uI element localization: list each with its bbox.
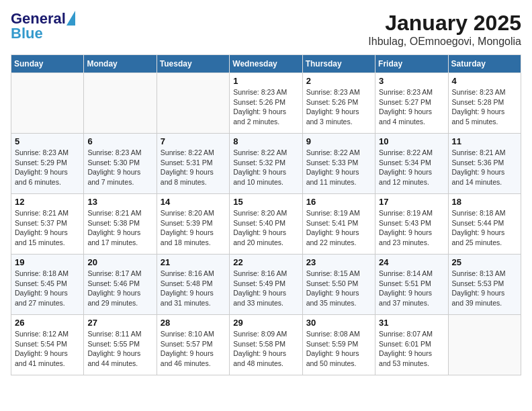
calendar-cell: 29Sunrise: 8:09 AMSunset: 5:58 PMDayligh… bbox=[230, 315, 302, 375]
day-number: 21 bbox=[161, 257, 226, 267]
calendar-cell: 22Sunrise: 8:16 AMSunset: 5:49 PMDayligh… bbox=[230, 255, 302, 315]
calendar-cell: 4Sunrise: 8:23 AMSunset: 5:28 PMDaylight… bbox=[448, 73, 521, 134]
day-info: Sunrise: 8:22 AMSunset: 5:32 PMDaylight:… bbox=[233, 148, 298, 187]
calendar-cell: 10Sunrise: 8:22 AMSunset: 5:34 PMDayligh… bbox=[375, 134, 448, 194]
day-info: Sunrise: 8:09 AMSunset: 5:58 PMDaylight:… bbox=[233, 329, 298, 369]
calendar-cell: 25Sunrise: 8:13 AMSunset: 5:53 PMDayligh… bbox=[448, 255, 521, 315]
day-info: Sunrise: 8:22 AMSunset: 5:34 PMDaylight:… bbox=[379, 148, 444, 187]
day-number: 6 bbox=[87, 136, 152, 146]
day-info: Sunrise: 8:19 AMSunset: 5:41 PMDaylight:… bbox=[306, 208, 371, 248]
calendar-cell: 30Sunrise: 8:08 AMSunset: 5:59 PMDayligh… bbox=[302, 315, 375, 375]
calendar-cell: 23Sunrise: 8:15 AMSunset: 5:50 PMDayligh… bbox=[302, 255, 375, 315]
title-block: January 2025 Ihbulag, OEmnoegovi, Mongol… bbox=[368, 11, 521, 48]
logo: General Blue bbox=[11, 11, 66, 42]
calendar-week-row: 26Sunrise: 8:12 AMSunset: 5:54 PMDayligh… bbox=[11, 315, 521, 375]
calendar-week-row: 12Sunrise: 8:21 AMSunset: 5:37 PMDayligh… bbox=[11, 194, 521, 255]
calendar-week-row: 5Sunrise: 8:23 AMSunset: 5:29 PMDaylight… bbox=[11, 134, 521, 194]
day-of-week-header: Thursday bbox=[302, 55, 375, 73]
calendar-cell: 8Sunrise: 8:22 AMSunset: 5:32 PMDaylight… bbox=[230, 134, 302, 194]
day-number: 12 bbox=[15, 197, 80, 207]
day-info: Sunrise: 8:12 AMSunset: 5:54 PMDaylight:… bbox=[15, 329, 80, 369]
day-number: 10 bbox=[379, 136, 444, 146]
calendar-cell bbox=[84, 73, 157, 134]
day-number: 3 bbox=[379, 76, 444, 86]
day-number: 14 bbox=[161, 197, 226, 207]
day-number: 27 bbox=[87, 318, 152, 328]
location-subtitle: Ihbulag, OEmnoegovi, Mongolia bbox=[368, 36, 521, 48]
day-number: 1 bbox=[233, 76, 298, 86]
calendar-cell bbox=[448, 315, 521, 375]
calendar-cell bbox=[11, 73, 84, 134]
calendar-cell: 20Sunrise: 8:17 AMSunset: 5:46 PMDayligh… bbox=[84, 255, 157, 315]
day-info: Sunrise: 8:21 AMSunset: 5:38 PMDaylight:… bbox=[87, 208, 152, 248]
day-info: Sunrise: 8:23 AMSunset: 5:27 PMDaylight:… bbox=[379, 87, 444, 127]
calendar-cell: 11Sunrise: 8:21 AMSunset: 5:36 PMDayligh… bbox=[448, 134, 521, 194]
day-number: 4 bbox=[452, 76, 517, 86]
day-info: Sunrise: 8:17 AMSunset: 5:46 PMDaylight:… bbox=[87, 269, 152, 308]
calendar-body: 1Sunrise: 8:23 AMSunset: 5:26 PMDaylight… bbox=[11, 73, 521, 375]
day-info: Sunrise: 8:20 AMSunset: 5:40 PMDaylight:… bbox=[233, 208, 298, 248]
calendar-cell: 1Sunrise: 8:23 AMSunset: 5:26 PMDaylight… bbox=[230, 73, 302, 134]
calendar-cell: 27Sunrise: 8:11 AMSunset: 5:55 PMDayligh… bbox=[84, 315, 157, 375]
day-number: 19 bbox=[15, 257, 80, 267]
calendar-cell: 18Sunrise: 8:18 AMSunset: 5:44 PMDayligh… bbox=[448, 194, 521, 255]
calendar-cell: 3Sunrise: 8:23 AMSunset: 5:27 PMDaylight… bbox=[375, 73, 448, 134]
day-number: 11 bbox=[452, 136, 517, 146]
day-number: 13 bbox=[87, 197, 152, 207]
calendar-cell: 13Sunrise: 8:21 AMSunset: 5:38 PMDayligh… bbox=[84, 194, 157, 255]
calendar-week-row: 19Sunrise: 8:18 AMSunset: 5:45 PMDayligh… bbox=[11, 255, 521, 315]
calendar-cell: 5Sunrise: 8:23 AMSunset: 5:29 PMDaylight… bbox=[11, 134, 84, 194]
day-info: Sunrise: 8:13 AMSunset: 5:53 PMDaylight:… bbox=[452, 269, 517, 308]
day-info: Sunrise: 8:11 AMSunset: 5:55 PMDaylight:… bbox=[87, 329, 152, 369]
day-number: 26 bbox=[15, 318, 80, 328]
day-info: Sunrise: 8:23 AMSunset: 5:26 PMDaylight:… bbox=[306, 87, 371, 127]
day-number: 18 bbox=[452, 197, 517, 207]
day-info: Sunrise: 8:15 AMSunset: 5:50 PMDaylight:… bbox=[306, 269, 371, 308]
day-info: Sunrise: 8:08 AMSunset: 5:59 PMDaylight:… bbox=[306, 329, 371, 369]
day-number: 15 bbox=[233, 197, 298, 207]
day-of-week-header: Sunday bbox=[11, 55, 84, 73]
day-info: Sunrise: 8:19 AMSunset: 5:43 PMDaylight:… bbox=[379, 208, 444, 248]
day-info: Sunrise: 8:22 AMSunset: 5:33 PMDaylight:… bbox=[306, 148, 371, 187]
calendar-week-row: 1Sunrise: 8:23 AMSunset: 5:26 PMDaylight… bbox=[11, 73, 521, 134]
day-of-week-header: Tuesday bbox=[157, 55, 229, 73]
calendar-cell: 12Sunrise: 8:21 AMSunset: 5:37 PMDayligh… bbox=[11, 194, 84, 255]
day-number: 28 bbox=[161, 318, 226, 328]
day-info: Sunrise: 8:20 AMSunset: 5:39 PMDaylight:… bbox=[161, 208, 226, 248]
day-number: 7 bbox=[161, 136, 226, 146]
day-of-week-header: Friday bbox=[375, 55, 448, 73]
day-number: 9 bbox=[306, 136, 371, 146]
day-number: 20 bbox=[87, 257, 152, 267]
calendar-cell: 6Sunrise: 8:23 AMSunset: 5:30 PMDaylight… bbox=[84, 134, 157, 194]
day-number: 22 bbox=[233, 257, 298, 267]
day-info: Sunrise: 8:22 AMSunset: 5:31 PMDaylight:… bbox=[161, 148, 226, 187]
calendar-cell: 31Sunrise: 8:07 AMSunset: 6:01 PMDayligh… bbox=[375, 315, 448, 375]
calendar-cell bbox=[157, 73, 229, 134]
day-number: 16 bbox=[306, 197, 371, 207]
day-info: Sunrise: 8:23 AMSunset: 5:26 PMDaylight:… bbox=[233, 87, 298, 127]
logo-text-blue: Blue bbox=[11, 26, 43, 42]
calendar-cell: 17Sunrise: 8:19 AMSunset: 5:43 PMDayligh… bbox=[375, 194, 448, 255]
calendar-cell: 15Sunrise: 8:20 AMSunset: 5:40 PMDayligh… bbox=[230, 194, 302, 255]
day-number: 29 bbox=[233, 318, 298, 328]
day-number: 17 bbox=[379, 197, 444, 207]
day-info: Sunrise: 8:23 AMSunset: 5:30 PMDaylight:… bbox=[87, 148, 152, 187]
day-number: 24 bbox=[379, 257, 444, 267]
calendar-cell: 28Sunrise: 8:10 AMSunset: 5:57 PMDayligh… bbox=[157, 315, 229, 375]
day-number: 5 bbox=[15, 136, 80, 146]
day-number: 8 bbox=[233, 136, 298, 146]
page-header: General Blue January 2025 Ihbulag, OEmno… bbox=[11, 11, 521, 48]
day-info: Sunrise: 8:21 AMSunset: 5:36 PMDaylight:… bbox=[452, 148, 517, 187]
day-info: Sunrise: 8:18 AMSunset: 5:44 PMDaylight:… bbox=[452, 208, 517, 248]
calendar-cell: 2Sunrise: 8:23 AMSunset: 5:26 PMDaylight… bbox=[302, 73, 375, 134]
calendar-cell: 24Sunrise: 8:14 AMSunset: 5:51 PMDayligh… bbox=[375, 255, 448, 315]
day-number: 2 bbox=[306, 76, 371, 86]
day-info: Sunrise: 8:23 AMSunset: 5:28 PMDaylight:… bbox=[452, 87, 517, 127]
day-info: Sunrise: 8:07 AMSunset: 6:01 PMDaylight:… bbox=[379, 329, 444, 369]
day-number: 30 bbox=[306, 318, 371, 328]
day-of-week-header: Wednesday bbox=[230, 55, 302, 73]
calendar-table: SundayMondayTuesdayWednesdayThursdayFrid… bbox=[11, 54, 521, 375]
calendar-cell: 14Sunrise: 8:20 AMSunset: 5:39 PMDayligh… bbox=[157, 194, 229, 255]
day-info: Sunrise: 8:18 AMSunset: 5:45 PMDaylight:… bbox=[15, 269, 80, 308]
calendar-cell: 19Sunrise: 8:18 AMSunset: 5:45 PMDayligh… bbox=[11, 255, 84, 315]
